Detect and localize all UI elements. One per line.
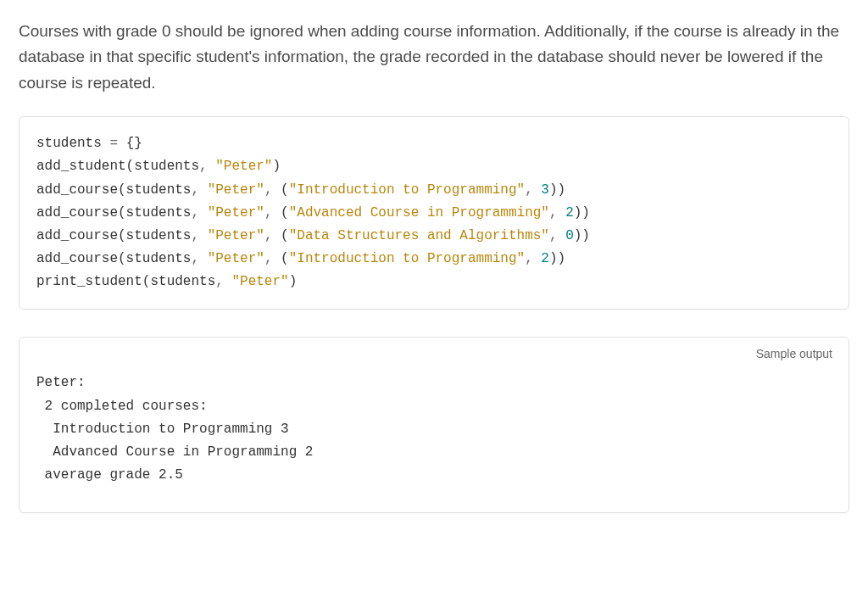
code-text: students — [36, 136, 109, 151]
code-text: {} — [118, 136, 142, 151]
code-comma: , — [199, 159, 208, 174]
output-label: Sample output — [756, 347, 832, 360]
code-space — [558, 205, 566, 221]
code-comma: , — [549, 228, 558, 243]
code-text: add_course(students — [36, 251, 191, 266]
code-string: "Peter" — [215, 159, 272, 174]
code-paren: ) — [289, 274, 298, 289]
code-paren: )) — [549, 182, 565, 198]
code-comma: , — [191, 228, 199, 243]
code-comma: , — [191, 182, 199, 198]
code-comma: , — [525, 182, 533, 198]
code-space — [533, 182, 542, 198]
code-space — [199, 251, 208, 266]
code-string: "Peter" — [208, 251, 264, 266]
code-string: "Peter" — [231, 274, 288, 289]
output-container: Sample output Peter: 2 completed courses… — [19, 337, 849, 513]
code-string: "Peter" — [208, 182, 264, 198]
output-block: Peter: 2 completed courses: Introduction… — [19, 337, 849, 513]
code-number: 0 — [565, 228, 574, 243]
code-space — [199, 228, 208, 243]
code-number: 3 — [541, 182, 549, 198]
code-text: ( — [272, 228, 288, 243]
code-comma: , — [549, 205, 558, 221]
code-text: ( — [272, 251, 288, 266]
code-space — [199, 182, 208, 198]
code-string: "Advanced Course in Programming" — [289, 205, 549, 221]
code-string: "Data Structures and Algorithms" — [289, 228, 549, 243]
code-operator: = — [109, 136, 118, 151]
code-space — [199, 205, 208, 221]
description-paragraph: Courses with grade 0 should be ignored w… — [19, 19, 849, 96]
code-space — [224, 274, 232, 289]
code-text: add_student(students — [36, 159, 199, 174]
code-text: add_course(students — [36, 205, 191, 221]
code-string: "Introduction to Programming" — [289, 251, 525, 266]
code-paren: )) — [574, 228, 590, 243]
code-comma: , — [191, 251, 199, 266]
code-space — [208, 159, 216, 174]
code-paren: )) — [574, 205, 590, 221]
code-block: students = {} add_student(students, "Pet… — [19, 116, 849, 310]
code-text: ( — [272, 182, 288, 198]
code-text: add_course(students — [36, 182, 191, 198]
code-number: 2 — [565, 205, 574, 221]
code-string: "Peter" — [208, 228, 264, 243]
code-comma: , — [191, 205, 199, 221]
code-string: "Introduction to Programming" — [289, 182, 525, 198]
code-comma: , — [525, 251, 533, 266]
code-paren: )) — [549, 251, 565, 266]
code-paren: ) — [272, 159, 281, 174]
code-text: print_student(students — [36, 274, 215, 289]
code-space — [558, 228, 566, 243]
code-text: ( — [272, 205, 288, 221]
code-string: "Peter" — [208, 205, 264, 221]
code-space — [533, 251, 542, 266]
code-comma: , — [215, 274, 224, 289]
code-number: 2 — [541, 251, 549, 266]
code-text: add_course(students — [36, 228, 191, 243]
